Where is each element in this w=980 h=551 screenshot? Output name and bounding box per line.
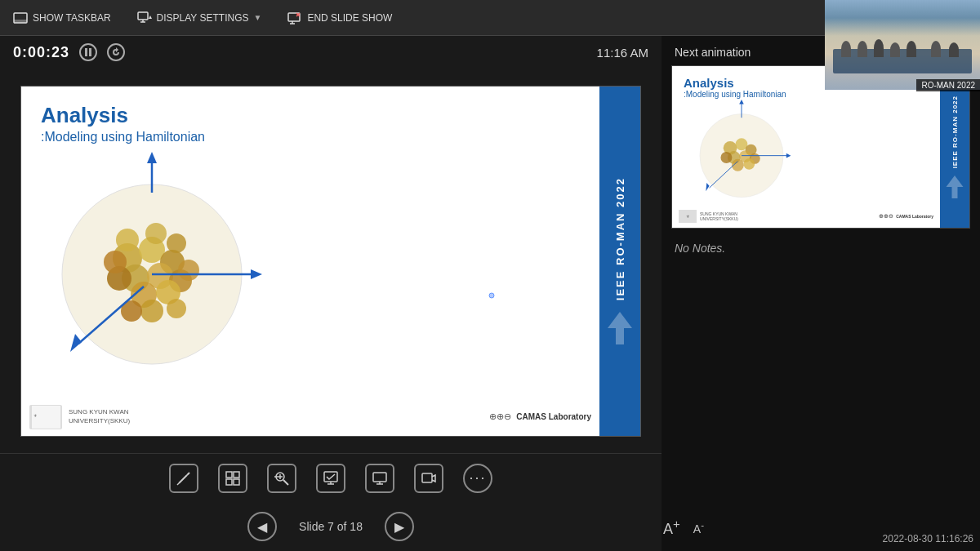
display-settings-arrow: ▼ (254, 13, 262, 22)
next-slide-subtitle: :Modeling using Hamiltonian (684, 90, 929, 99)
slide-viewport: Analysis :Modeling using Hamiltonian (0, 69, 662, 453)
svg-point-25 (140, 300, 163, 322)
svg-rect-11 (85, 48, 87, 56)
footer-logo-right: ⊕⊕⊖ CAMAS Laboratory (489, 411, 591, 422)
roman-badge: RO-MAN 2022 (916, 79, 980, 91)
camera-preview (825, 0, 980, 90)
datetime-display: 2022-08-30 11:16:26 (883, 533, 973, 544)
right-panel: Next animation Analysis :Modeling using … (662, 36, 980, 551)
show-taskbar-label: SHOW TASKBAR (33, 12, 111, 24)
svg-marker-5 (149, 16, 152, 19)
svg-point-28 (116, 229, 139, 251)
display-settings-label: DISPLAY SETTINGS (157, 12, 249, 24)
next-lab-name: CAMAS Laboratory (896, 214, 933, 219)
svg-point-65 (720, 152, 732, 163)
next-slide-footer: ⚜ SUNG KYUN KWANUNIVERSITY(SKKU) ⊕⊕⊖ CAM… (679, 210, 933, 223)
end-slideshow-icon (287, 11, 302, 25)
svg-rect-2 (138, 12, 148, 20)
screen-tool-button[interactable] (316, 464, 345, 493)
camera-tool-button[interactable] (414, 464, 443, 493)
top-toolbar: SHOW TASKBAR DISPLAY SETTINGS ▼ END SLID… (0, 0, 980, 36)
skku-text: SUNG KYUN KWAN UNIVERSITY(SKKU) (69, 408, 130, 425)
footer-logo-left: ⚜ SUNG KYUN KWAN UNIVERSITY(SKKU) (29, 405, 130, 429)
notes-text: No Notes. (675, 242, 725, 255)
svg-line-48 (283, 480, 288, 485)
svg-marker-34 (251, 269, 262, 279)
timer-row: 0:00:23 11:16 AM (0, 36, 662, 69)
next-slide-blue-bar-text: IEEE RO-MAN 2022 (951, 96, 959, 168)
end-slideshow-label: END SLIDE SHOW (307, 12, 392, 24)
display-settings-icon (137, 11, 152, 25)
svg-line-42 (177, 483, 179, 485)
svg-marker-32 (147, 152, 157, 163)
svg-rect-43 (226, 472, 232, 478)
svg-marker-36 (70, 334, 82, 352)
notes-area: No Notes. (662, 229, 980, 268)
svg-marker-37 (608, 312, 632, 344)
current-time-display: 11:16 AM (597, 46, 648, 60)
next-sphere-graphic (680, 99, 803, 205)
slide-counter: Slide 7 of 18 (290, 520, 372, 533)
next-cc-icons: ⊕⊕⊖ (879, 213, 893, 220)
slide-title: Analysis (41, 103, 580, 128)
decrease-font-button[interactable]: A- (693, 519, 704, 535)
svg-rect-12 (89, 48, 91, 56)
svg-marker-74 (947, 176, 964, 198)
svg-rect-54 (373, 473, 386, 482)
prev-slide-button[interactable]: ◀ (247, 512, 277, 541)
svg-point-67 (743, 158, 755, 170)
bottom-toolbar: ··· (0, 453, 662, 502)
svg-rect-1 (14, 20, 27, 23)
svg-line-40 (179, 475, 187, 483)
svg-marker-71 (786, 153, 791, 158)
svg-marker-69 (739, 100, 744, 104)
restart-button[interactable] (107, 43, 125, 61)
sphere-graphic (38, 152, 266, 380)
cc-icons: ⊕⊕⊖ (489, 411, 511, 422)
taskbar-icon (13, 11, 28, 25)
svg-line-41 (187, 473, 189, 475)
slide-frame: Analysis :Modeling using Hamiltonian (20, 86, 641, 437)
skku-logo: ⚜ (29, 405, 62, 429)
next-footer-right: ⊕⊕⊖ CAMAS Laboratory (879, 213, 933, 220)
monitor-tool-button[interactable] (365, 464, 394, 493)
nav-row: ◀ Slide 7 of 18 ▶ (0, 502, 662, 551)
slide-subtitle: :Modeling using Hamiltonian (41, 130, 580, 144)
slide-blue-bar: IEEE RO-MAN 2022 (599, 87, 640, 436)
svg-point-27 (167, 299, 186, 318)
slide-blue-bar-text: IEEE RO-MAN 2022 (614, 177, 626, 300)
main-content: 0:00:23 11:16 AM Analysis :Modeling usin… (0, 36, 980, 551)
next-slide-content: Analysis :Modeling using Hamiltonian (672, 66, 940, 228)
lab-name: CAMAS Laboratory (516, 412, 591, 421)
zoom-tool-button[interactable] (267, 464, 296, 493)
next-skku-logo: ⚜ (679, 210, 697, 223)
more-tool-button[interactable]: ··· (463, 464, 492, 493)
end-slideshow-button[interactable]: END SLIDE SHOW (287, 11, 392, 25)
svg-point-23 (178, 260, 199, 281)
slide-content: Analysis :Modeling using Hamiltonian (21, 87, 599, 436)
pause-button[interactable] (79, 43, 97, 61)
svg-rect-57 (422, 473, 432, 482)
pen-tool-button[interactable] (169, 464, 198, 493)
svg-point-29 (145, 223, 167, 244)
next-skku-text: SUNG KYUN KWANUNIVERSITY(SKKU) (700, 211, 738, 221)
display-settings-button[interactable]: DISPLAY SETTINGS ▼ (137, 11, 262, 25)
svg-point-24 (104, 251, 127, 273)
left-panel: 0:00:23 11:16 AM Analysis :Modeling usin… (0, 36, 662, 551)
timer-display: 0:00:23 (13, 44, 69, 61)
svg-rect-46 (234, 479, 239, 485)
svg-marker-73 (706, 183, 709, 191)
svg-rect-51 (324, 472, 337, 482)
next-slide-button[interactable]: ▶ (385, 512, 414, 541)
font-controls: A+ A- (663, 517, 704, 538)
next-footer-left: ⚜ SUNG KYUN KWANUNIVERSITY(SKKU) (679, 210, 738, 223)
grid-tool-button[interactable] (218, 464, 247, 493)
prev-icon: ◀ (257, 519, 267, 535)
increase-font-button[interactable]: A+ (663, 517, 680, 538)
more-icon: ··· (469, 469, 486, 487)
svg-text:⚜: ⚜ (33, 413, 37, 418)
show-taskbar-button[interactable]: SHOW TASKBAR (13, 11, 111, 25)
svg-rect-45 (226, 479, 232, 485)
svg-rect-44 (234, 472, 239, 478)
svg-point-30 (167, 233, 186, 253)
